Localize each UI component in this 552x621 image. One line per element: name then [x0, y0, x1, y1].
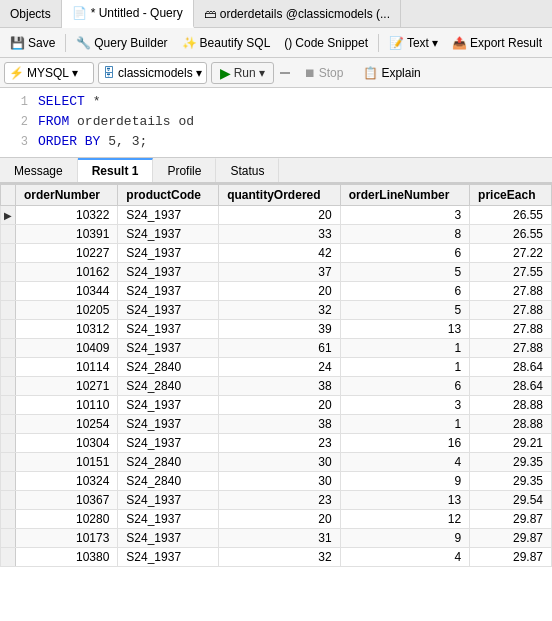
table-cell: 10227: [16, 244, 118, 263]
row-indicator: [1, 529, 16, 548]
table-row[interactable]: ▶10322S24_193720326.55: [1, 206, 552, 225]
col-header-orderNumber[interactable]: orderNumber: [16, 185, 118, 206]
table-cell: 10391: [16, 225, 118, 244]
table-row[interactable]: 10205S24_193732527.88: [1, 301, 552, 320]
sql-line-2: 2 FROM orderdetails od: [0, 112, 552, 132]
beautify-button[interactable]: ✨ Beautify SQL: [176, 34, 277, 52]
sql-editor[interactable]: 1 SELECT * 2 FROM orderdetails od 3 ORDE…: [0, 88, 552, 158]
tab-result1[interactable]: Result 1: [78, 158, 154, 182]
explain-button[interactable]: 📋 Explain: [355, 64, 428, 82]
table-cell: 29.54: [470, 491, 552, 510]
mysql-icon: ⚡: [9, 66, 24, 80]
table-row[interactable]: 10227S24_193742627.22: [1, 244, 552, 263]
db-dropdown-icon: ▾: [196, 66, 202, 80]
table-cell: S24_2840: [118, 472, 219, 491]
col-header-orderLineNumber[interactable]: orderLineNumber: [340, 185, 469, 206]
table-cell: 38: [219, 415, 340, 434]
row-indicator: [1, 434, 16, 453]
table-cell: 10114: [16, 358, 118, 377]
code-snippet-button[interactable]: () Code Snippet: [278, 34, 374, 52]
query-builder-button[interactable]: 🔧 Query Builder: [70, 34, 173, 52]
table-cell: 31: [219, 529, 340, 548]
run-button[interactable]: ▶ Run ▾: [211, 62, 274, 84]
table-cell: 38: [219, 377, 340, 396]
table-cell: 29.87: [470, 548, 552, 567]
sep1: [65, 34, 66, 52]
table-cell: 29.21: [470, 434, 552, 453]
export-button[interactable]: 📤 Export Result: [446, 34, 548, 52]
tab-untitled-query[interactable]: 📄 * Untitled - Query: [62, 0, 194, 28]
table-cell: 28.64: [470, 377, 552, 396]
table-cell: 13: [340, 320, 469, 339]
row-indicator: [1, 282, 16, 301]
save-button[interactable]: 💾 Save: [4, 34, 61, 52]
table-cell: S24_1937: [118, 415, 219, 434]
table-cell: 10344: [16, 282, 118, 301]
table-row[interactable]: 10344S24_193720627.88: [1, 282, 552, 301]
table-row[interactable]: 10312S24_1937391327.88: [1, 320, 552, 339]
table-cell: 5: [340, 263, 469, 282]
table-cell: 4: [340, 548, 469, 567]
table-header-row: orderNumber productCode quantityOrdered …: [1, 185, 552, 206]
table-row[interactable]: 10391S24_193733826.55: [1, 225, 552, 244]
table-cell: 29.35: [470, 472, 552, 491]
data-table-container[interactable]: orderNumber productCode quantityOrdered …: [0, 184, 552, 621]
table-cell: 30: [219, 453, 340, 472]
sql-line-1: 1 SELECT *: [0, 92, 552, 112]
table-cell: 29.87: [470, 529, 552, 548]
table-cell: 16: [340, 434, 469, 453]
table-cell: 1: [340, 339, 469, 358]
main-toolbar: 💾 Save 🔧 Query Builder ✨ Beautify SQL ()…: [0, 28, 552, 58]
stop-button[interactable]: ⏹ Stop: [296, 64, 352, 82]
tab-status[interactable]: Status: [216, 158, 279, 182]
table-cell: 29.87: [470, 510, 552, 529]
table-cell: 20: [219, 510, 340, 529]
row-indicator: [1, 491, 16, 510]
db-engine-select[interactable]: ⚡ MYSQL ▾: [4, 62, 94, 84]
table-row[interactable]: 10162S24_193737527.55: [1, 263, 552, 282]
col-header-productCode[interactable]: productCode: [118, 185, 219, 206]
table-row[interactable]: 10304S24_1937231629.21: [1, 434, 552, 453]
col-header-priceEach[interactable]: priceEach: [470, 185, 552, 206]
row-indicator: [1, 396, 16, 415]
row-indicator: [1, 453, 16, 472]
table-row[interactable]: 10271S24_284038628.64: [1, 377, 552, 396]
row-indicator: [1, 510, 16, 529]
table-row[interactable]: 10324S24_284030929.35: [1, 472, 552, 491]
table-cell: 8: [340, 225, 469, 244]
table-row[interactable]: 10280S24_1937201229.87: [1, 510, 552, 529]
save-icon: 💾: [10, 36, 25, 50]
table-cell: 61: [219, 339, 340, 358]
db-name-select[interactable]: 🗄 classicmodels ▾: [98, 62, 207, 84]
table-cell: S24_1937: [118, 434, 219, 453]
table-row[interactable]: 10380S24_193732429.87: [1, 548, 552, 567]
table-cell: 20: [219, 396, 340, 415]
row-indicator: [1, 377, 16, 396]
table-cell: 9: [340, 472, 469, 491]
beautify-icon: ✨: [182, 36, 197, 50]
sql-line-3: 3 ORDER BY 5, 3;: [0, 132, 552, 152]
orderdetails-tab-label: orderdetails @classicmodels (...: [220, 7, 390, 21]
table-cell: 26.55: [470, 225, 552, 244]
table-row[interactable]: 10254S24_193738128.88: [1, 415, 552, 434]
table-row[interactable]: 10409S24_193761127.88: [1, 339, 552, 358]
table-cell: S24_1937: [118, 301, 219, 320]
row-indicator: [1, 320, 16, 339]
tab-message[interactable]: Message: [0, 158, 78, 182]
table-cell: 12: [340, 510, 469, 529]
table-row[interactable]: 10173S24_193731929.87: [1, 529, 552, 548]
row-indicator: [1, 263, 16, 282]
text-button[interactable]: 📝 Text ▾: [383, 34, 444, 52]
table-cell: 29.35: [470, 453, 552, 472]
table-row[interactable]: 10110S24_193720328.88: [1, 396, 552, 415]
result-table: orderNumber productCode quantityOrdered …: [0, 184, 552, 567]
col-header-quantityOrdered[interactable]: quantityOrdered: [219, 185, 340, 206]
table-cell: S24_2840: [118, 358, 219, 377]
tab-profile[interactable]: Profile: [153, 158, 216, 182]
tab-orderdetails[interactable]: 🗃 orderdetails @classicmodels (...: [194, 0, 401, 27]
tab-objects[interactable]: Objects: [0, 0, 62, 27]
table-row[interactable]: 10114S24_284024128.64: [1, 358, 552, 377]
db-name-label: classicmodels: [118, 66, 193, 80]
table-row[interactable]: 10367S24_1937231329.54: [1, 491, 552, 510]
table-row[interactable]: 10151S24_284030429.35: [1, 453, 552, 472]
